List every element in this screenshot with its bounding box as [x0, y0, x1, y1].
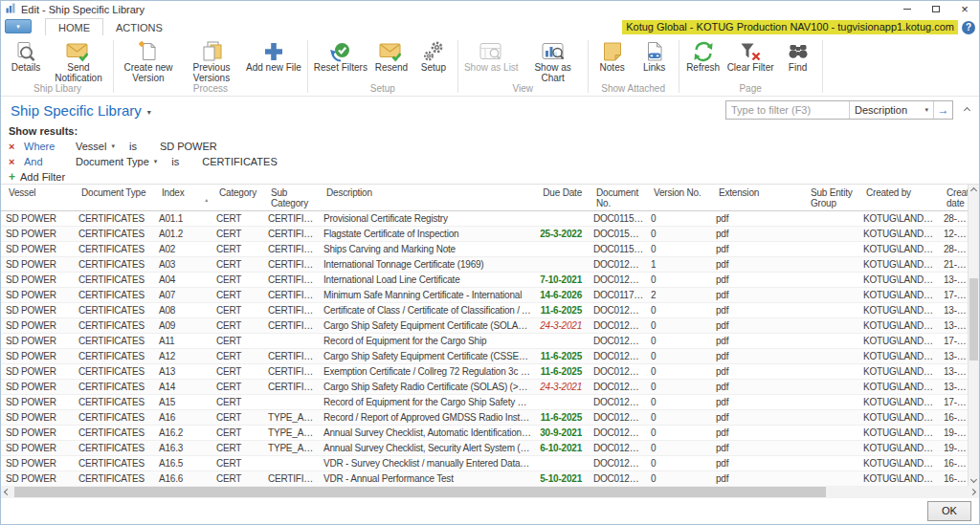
cell-version-no[interactable]: 0 [646, 348, 711, 363]
cell-creation-date[interactable]: 13-10- [939, 302, 969, 317]
cell-version-no[interactable]: 0 [646, 317, 711, 333]
cell-vessel[interactable]: SD POWER [1, 379, 74, 394]
cell-extension[interactable]: pdf [711, 425, 803, 440]
cell-document-type[interactable]: CERTIFICATES [74, 302, 154, 317]
cell-sub-category[interactable] [263, 333, 319, 348]
cell-document-no[interactable]: DOC012191 [589, 470, 646, 486]
cell-version-no[interactable]: 0 [646, 333, 711, 348]
cell-document-type[interactable]: CERTIFICATES [74, 226, 154, 241]
cell-sub-category[interactable] [263, 394, 319, 409]
cell-index[interactable]: A16.5 [154, 455, 212, 470]
cell-due-date[interactable]: 14-6-2026 [533, 287, 589, 302]
cell-due-date[interactable]: 7-10-2021 [533, 272, 589, 287]
cell-category[interactable]: CERT [212, 409, 263, 425]
cell-sub-category[interactable]: CERTIFICATE [263, 241, 319, 256]
cell-index[interactable]: A07 [154, 287, 212, 302]
ribbon-button-find[interactable]: Find [777, 38, 819, 74]
cell-sub-entity-group[interactable] [803, 333, 858, 348]
cell-created-by[interactable]: KOTUG\LANDRADE [858, 241, 939, 256]
ribbon-button-add-new-file[interactable]: Add new File [243, 38, 304, 74]
cell-sub-entity-group[interactable] [803, 363, 858, 379]
cell-creation-date[interactable]: 12-4-2 [939, 226, 969, 241]
cell-due-date[interactable] [533, 210, 589, 226]
cell-document-no[interactable]: DOC012091 [589, 363, 646, 379]
cell-document-type[interactable]: CERTIFICATES [74, 440, 154, 455]
cell-created-by[interactable]: KOTUG\LANDRADE [858, 272, 939, 287]
cell-sub-entity-group[interactable] [803, 210, 858, 226]
cell-sub-entity-group[interactable] [803, 226, 858, 241]
cell-document-no[interactable]: DOC012092 [589, 379, 646, 394]
cell-index[interactable]: A02 [154, 241, 212, 256]
cell-extension[interactable]: pdf [711, 470, 803, 486]
cell-document-no[interactable]: DOC011545 [589, 241, 646, 256]
cell-description[interactable]: International Tonnage Certificate (1969) [319, 256, 533, 272]
cell-description[interactable]: VDR - Survey Checklist / manually Entere… [319, 455, 533, 470]
cell-extension[interactable]: pdf [711, 394, 803, 409]
cell-vessel[interactable]: SD POWER [1, 394, 74, 409]
ribbon-button-setup[interactable]: Setup [412, 38, 455, 74]
cell-sub-category[interactable]: CERTIFICATE [263, 256, 319, 272]
table-row[interactable]: SD POWERCERTIFICATESA16.3CERTTYPE_APPRAn… [1, 440, 969, 455]
cell-vessel[interactable]: SD POWER [1, 348, 74, 363]
tab-actions[interactable]: ACTIONS [103, 19, 175, 35]
cell-index[interactable]: A16.3 [154, 440, 212, 455]
cell-document-type[interactable]: CERTIFICATES [74, 425, 154, 440]
cell-due-date[interactable]: 25-3-2022 [533, 226, 589, 241]
cell-document-no[interactable]: DOC015254 [589, 226, 646, 241]
cell-created-by[interactable]: KOTUG\LANDRADE [858, 317, 939, 333]
table-row[interactable]: SD POWERCERTIFICATESA15CERTRecord of Equ… [1, 394, 969, 409]
cell-category[interactable]: CERT [212, 363, 263, 379]
filter-value[interactable]: SD POWER [160, 141, 217, 152]
table-row[interactable]: SD POWERCERTIFICATESA03CERTCERTIFICATEIn… [1, 256, 969, 272]
help-icon[interactable]: ? [962, 21, 975, 34]
ribbon-button-resend[interactable]: Resend [370, 38, 412, 74]
cell-due-date[interactable]: 24-3-2021 [533, 379, 589, 394]
cell-description[interactable]: Cargo Ship Safety Equipment Certificate … [319, 348, 533, 363]
filter-column-dropdown[interactable]: Description▾ [849, 101, 933, 119]
column-header-sub-category[interactable]: Sub Category [263, 185, 319, 210]
cell-version-no[interactable]: 0 [646, 241, 711, 256]
table-row[interactable]: SD POWERCERTIFICATESA04CERTCERTIFICATEIn… [1, 272, 969, 287]
cell-document-no[interactable]: DOC011546 [589, 210, 646, 226]
cell-description[interactable]: Record of Equipment for the Cargo Ship S… [319, 394, 533, 409]
cell-creation-date[interactable]: 17-11- [939, 394, 969, 409]
cell-due-date[interactable] [533, 256, 589, 272]
table-row[interactable]: SD POWERCERTIFICATESA16.5CERTVDR - Surve… [1, 455, 969, 470]
cell-sub-category[interactable]: TYPE_APPR [263, 440, 319, 455]
cell-creation-date[interactable]: 16-10- [939, 455, 969, 470]
cell-version-no[interactable]: 2 [646, 287, 711, 302]
cell-sub-entity-group[interactable] [803, 272, 858, 287]
cell-sub-category[interactable]: CERTIFICATE [263, 470, 319, 486]
filter-connector[interactable]: Where [24, 141, 76, 152]
cell-description[interactable]: Annual Survey Checklist, Security Alert … [319, 440, 533, 455]
cell-category[interactable]: CERT [212, 425, 263, 440]
cell-sub-category[interactable]: CERTIFICATE [263, 226, 319, 241]
column-header-extension[interactable]: Extension [711, 185, 803, 210]
cell-document-no[interactable]: DOC012087 [589, 272, 646, 287]
apply-filter-button[interactable]: → [933, 101, 952, 119]
cell-document-type[interactable]: CERTIFICATES [74, 333, 154, 348]
cell-index[interactable]: A11 [154, 333, 212, 348]
cell-vessel[interactable]: SD POWER [1, 287, 74, 302]
minimize-button[interactable] [893, 1, 922, 17]
cell-created-by[interactable]: KOTUG\LANDRADE [858, 409, 939, 425]
cell-document-no[interactable]: DOC012787 [589, 333, 646, 348]
cell-due-date[interactable]: 11-6-2025 [533, 363, 589, 379]
cell-vessel[interactable]: SD POWER [1, 241, 74, 256]
cell-version-no[interactable]: 0 [646, 455, 711, 470]
cell-description[interactable]: Annual Survey Checklist, Automatic Ident… [319, 425, 533, 440]
cell-description[interactable]: Minimum Safe Manning Certificate - Inter… [319, 287, 533, 302]
ok-button[interactable]: OK [927, 501, 971, 521]
filter-value[interactable]: CERTIFICATES [202, 156, 277, 167]
cell-description[interactable]: Record / Report of Approved GMDSS Radio … [319, 409, 533, 425]
cell-sub-entity-group[interactable] [803, 379, 858, 394]
cell-sub-category[interactable]: CERTIFICATE [263, 302, 319, 317]
cell-due-date[interactable]: 6-10-2021 [533, 440, 589, 455]
cell-category[interactable]: CERT [212, 226, 263, 241]
cell-sub-category[interactable]: CERTIFICATE [263, 379, 319, 394]
cell-document-type[interactable]: CERTIFICATES [74, 317, 154, 333]
cell-description[interactable]: Certificate of Class / Certificate of Cl… [319, 302, 533, 317]
cell-creation-date[interactable]: 13-10- [939, 348, 969, 363]
cell-created-by[interactable]: KOTUG\LANDRADE [858, 455, 939, 470]
filter-field-dropdown[interactable]: Vessel▾ [76, 141, 115, 152]
